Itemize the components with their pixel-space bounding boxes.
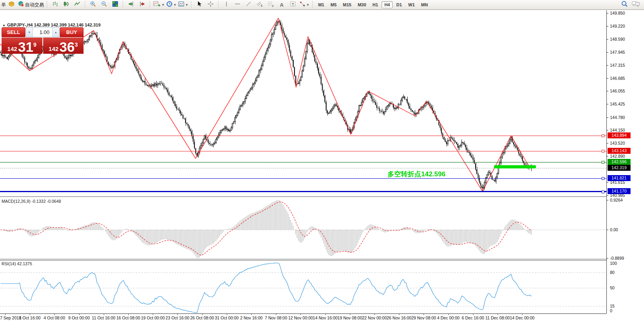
- line-anchor-handle[interactable]: [602, 191, 604, 193]
- volume-decrease-button[interactable]: ▼: [26, 28, 33, 37]
- equidistant-channel-button[interactable]: E: [254, 1, 265, 9]
- price-tick: [607, 156, 608, 157]
- autotrading-button[interactable]: 自动交易: [17, 1, 45, 9]
- new-order-label[interactable]: 单: [1, 2, 6, 8]
- clock-icon: [166, 1, 173, 9]
- chat-button[interactable]: [630, 1, 641, 9]
- periods-button[interactable]: ▼: [165, 1, 177, 9]
- line-anchor-handle[interactable]: [602, 150, 604, 153]
- sell-price-prefix: 142: [7, 45, 17, 52]
- autotrading-icon: [18, 1, 24, 9]
- chevron-down-icon: ▼: [161, 3, 165, 7]
- sell-button[interactable]: SELL: [2, 27, 25, 37]
- chart-shift-button[interactable]: [137, 1, 148, 9]
- timeframe-m15[interactable]: M15: [340, 1, 354, 8]
- line-anchor-handle[interactable]: [602, 161, 604, 164]
- macd-label: MACD(12,26,9) -0.1332 -0.0648: [2, 199, 61, 204]
- line-anchor-handle[interactable]: [602, 134, 604, 137]
- sell-price-big: 31: [18, 40, 33, 53]
- time-tick: [54, 314, 55, 315]
- horizontal-line-141.17[interactable]: [0, 191, 606, 192]
- rsi-pane[interactable]: RSI(14) 42.1375: [0, 261, 606, 313]
- horizontal-line-button[interactable]: [232, 1, 243, 9]
- zoom-out-button[interactable]: [99, 1, 110, 9]
- time-tick: [374, 314, 375, 315]
- volume-increase-button[interactable]: ▲: [52, 28, 59, 37]
- arrows-button[interactable]: ▼: [298, 1, 310, 9]
- macd-pane[interactable]: MACD(12,26,9) -0.1332 -0.0648: [0, 198, 606, 259]
- horizontal-line-143.894[interactable]: [0, 136, 606, 136]
- time-axis-label: 16 Oct 08:00: [116, 315, 140, 320]
- timeframe-w1[interactable]: W1: [405, 1, 418, 8]
- trendline-button[interactable]: [243, 1, 254, 9]
- rsi-axis-label: 100: [610, 261, 617, 266]
- timeframe-mn[interactable]: MN: [418, 1, 431, 8]
- candlestick-chart-button[interactable]: [61, 1, 72, 9]
- text-label-button[interactable]: T: [287, 1, 298, 9]
- time-axis-label: 7 Sep 2018: [0, 315, 21, 320]
- search-button[interactable]: [619, 1, 630, 9]
- buy-price-panel[interactable]: 142 36 3: [43, 38, 84, 54]
- zoom-in-button[interactable]: [87, 1, 99, 9]
- price-axis-label: 149.850: [610, 11, 625, 15]
- horizontal-line-142.596[interactable]: [0, 162, 606, 162]
- cursor-button[interactable]: [194, 1, 205, 9]
- main-chart-pane[interactable]: ▲ GBPJPY-,H4 142.389 142.399 142.146 142…: [0, 10, 606, 196]
- timeframe-h1[interactable]: H1: [370, 1, 381, 8]
- toolbar-separator: [85, 1, 85, 8]
- auto-scroll-button[interactable]: [125, 1, 137, 9]
- timeframe-m5[interactable]: M5: [328, 1, 339, 8]
- time-axis-label: 26 Oct 08:00: [190, 315, 214, 320]
- price-axis-label: 142.890: [610, 154, 625, 159]
- candlestick-canvas[interactable]: [0, 10, 606, 196]
- price-tick: [607, 104, 608, 104]
- line-chart-button[interactable]: [72, 1, 83, 9]
- equidistant-channel-icon: E: [256, 1, 263, 9]
- timeframe-d1[interactable]: D1: [393, 1, 405, 8]
- templates-button[interactable]: ▼: [177, 1, 189, 9]
- tile-windows-button[interactable]: [110, 1, 121, 9]
- horizontal-line-141.821[interactable]: [0, 178, 606, 179]
- time-tick: [424, 314, 424, 315]
- timeframe-m30[interactable]: M30: [355, 1, 369, 8]
- price-badge: 143.143: [608, 148, 631, 154]
- chevron-down-icon: ▼: [185, 3, 188, 7]
- vertical-line-button[interactable]: [221, 1, 232, 9]
- time-axis-label: 6 Dec 16:00: [462, 315, 484, 320]
- time-axis-label: 7 Nov 08:00: [265, 315, 287, 320]
- autotrading-label: 自动交易: [25, 2, 44, 8]
- yellow-book-icon: [8, 1, 15, 9]
- add-indicator-button[interactable]: ▼: [152, 1, 165, 9]
- time-axis-label: 19 Oct 00:00: [141, 315, 165, 320]
- chart-shift-icon: [139, 1, 145, 9]
- green-highlight-segment[interactable]: [494, 165, 536, 168]
- time-tick: [399, 314, 399, 315]
- fibonacci-button[interactable]: F: [265, 1, 276, 9]
- auto-scroll-icon: [128, 1, 134, 9]
- time-axis[interactable]: 7 Sep 20181 Oct 16:004 Oct 08:009 Oct 00…: [0, 314, 644, 321]
- timeframe-m1[interactable]: M1: [315, 1, 327, 8]
- chat-icon: [632, 1, 640, 9]
- crosshair-button[interactable]: [205, 1, 216, 9]
- text-button[interactable]: A: [276, 1, 287, 9]
- price-tick: [607, 78, 608, 79]
- time-tick: [300, 314, 301, 315]
- line-chart-icon: [74, 1, 80, 9]
- rsi-axis-label: 50: [610, 285, 615, 290]
- market-watch-button[interactable]: [6, 1, 17, 9]
- price-badge: 141.170: [608, 188, 631, 194]
- macd-canvas[interactable]: [0, 198, 606, 259]
- price-axis[interactable]: 149.850149.220148.590147.945147.315146.6…: [606, 10, 644, 313]
- buy-button[interactable]: BUY: [60, 27, 84, 37]
- sell-price-panel[interactable]: 142 31 9: [2, 38, 42, 54]
- cursor-icon: [196, 1, 203, 9]
- line-anchor-handle[interactable]: [602, 177, 604, 180]
- horizontal-line-143.143[interactable]: [0, 151, 606, 151]
- timeframe-h4[interactable]: H4: [382, 1, 393, 8]
- volume-value[interactable]: 1.00: [33, 28, 52, 37]
- time-tick: [448, 314, 449, 315]
- toolbar-separator: [191, 1, 192, 8]
- rsi-canvas[interactable]: [0, 261, 606, 313]
- mt4-window: 单 自动交易: [0, 0, 644, 321]
- bar-chart-button[interactable]: [49, 1, 61, 9]
